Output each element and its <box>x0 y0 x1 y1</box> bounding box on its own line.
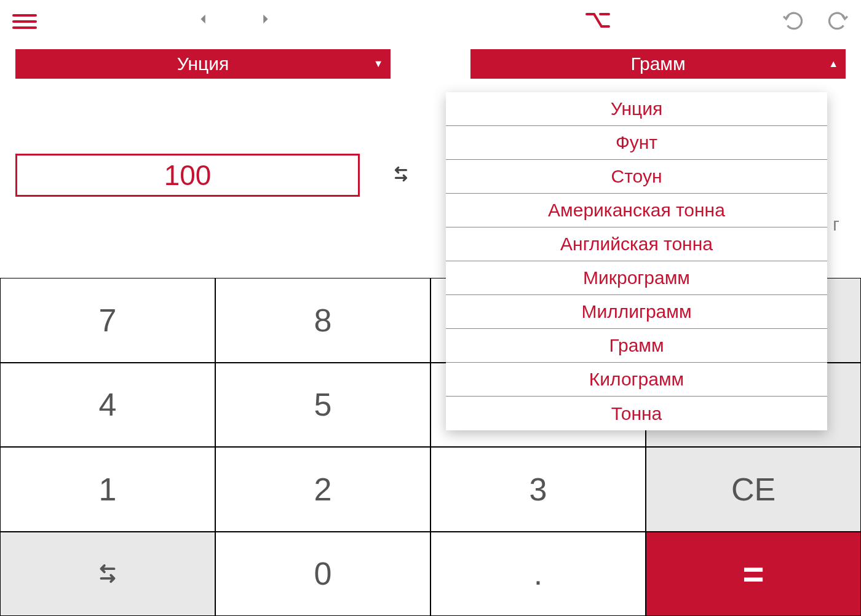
dropdown-item[interactable]: Микрограмм <box>446 261 827 295</box>
key-ce[interactable]: CE <box>646 447 861 532</box>
dropdown-item[interactable]: Тонна <box>446 397 827 430</box>
dropdown-item[interactable]: Килограмм <box>446 363 827 397</box>
to-unit-dropdown: Унция Фунт Стоун Американская тонна Англ… <box>446 92 827 430</box>
nav-next-button[interactable] <box>258 12 277 31</box>
from-unit-label: Унция <box>177 53 229 74</box>
input-value-field[interactable] <box>15 154 360 197</box>
key-4[interactable]: 4 <box>0 363 215 448</box>
key-8[interactable]: 8 <box>215 278 430 363</box>
key-3[interactable]: 3 <box>430 447 646 532</box>
swap-button[interactable] <box>391 164 411 187</box>
dropdown-item[interactable]: Миллиграмм <box>446 295 827 329</box>
from-unit-select[interactable]: Унция ▼ <box>15 49 391 79</box>
key-7[interactable]: 7 <box>0 278 215 363</box>
dropdown-item[interactable]: Английская тонна <box>446 227 827 261</box>
key-swap[interactable] <box>0 532 215 617</box>
key-0[interactable]: 0 <box>215 532 430 617</box>
dropdown-item[interactable]: Унция <box>446 92 827 126</box>
dropdown-item[interactable]: Грамм <box>446 329 827 363</box>
dropdown-item[interactable]: Фунт <box>446 126 827 160</box>
key-decimal[interactable]: . <box>430 532 646 617</box>
to-unit-select[interactable]: Грамм ▲ <box>470 49 846 79</box>
dropdown-item[interactable]: Стоун <box>446 160 827 194</box>
menu-icon[interactable] <box>12 14 37 29</box>
unit-selectors: Унция ▼ Грамм ▲ Унция Фунт Стоун Америка… <box>0 43 861 79</box>
dropdown-item[interactable]: Американская тонна <box>446 194 827 227</box>
chevron-down-icon: ▼ <box>373 58 383 69</box>
key-equals[interactable]: = <box>646 532 861 617</box>
nav-prev-button[interactable] <box>197 12 215 31</box>
toolbar <box>0 0 861 43</box>
to-unit-label: Грамм <box>630 53 685 74</box>
key-1[interactable]: 1 <box>0 447 215 532</box>
option-key-icon[interactable] <box>585 9 610 34</box>
chevron-up-icon: ▲ <box>828 58 838 69</box>
key-2[interactable]: 2 <box>215 447 430 532</box>
undo-button[interactable] <box>782 10 803 33</box>
redo-button[interactable] <box>828 10 849 33</box>
key-5[interactable]: 5 <box>215 363 430 448</box>
